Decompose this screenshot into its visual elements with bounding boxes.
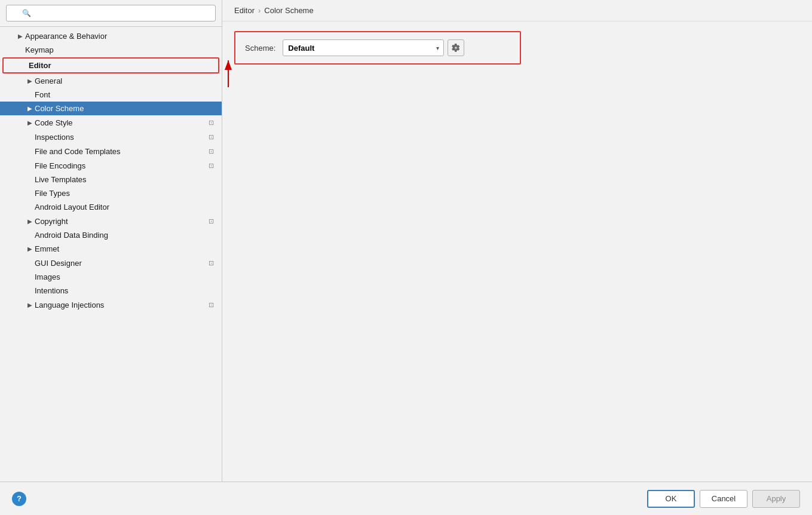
right-content: Scheme: Default Classic Darcula High Con… [222, 22, 812, 482]
sidebar-item-language-injections[interactable]: ▶ Language Injections ⊡ [0, 298, 222, 312]
sidebar-item-label: Font [35, 90, 216, 99]
sidebar-item-keymap[interactable]: ▶ Keymap [0, 43, 222, 57]
sidebar-item-label: File and Code Templates [35, 147, 204, 156]
sidebar-item-label: Inspections [35, 133, 204, 142]
sidebar-item-label: Images [35, 272, 216, 281]
breadcrumb-current: Color Scheme [264, 6, 313, 15]
chevron-icon: ▶ [16, 33, 25, 39]
chevron-icon: ▶ [25, 302, 35, 308]
search-input[interactable] [6, 5, 216, 22]
bottom-left: ? [12, 492, 26, 506]
gear-icon [452, 44, 460, 52]
sidebar-item-label: Android Layout Editor [35, 203, 216, 211]
scheme-box: Scheme: Default Classic Darcula High Con… [234, 31, 521, 65]
badge-icon: ⊡ [206, 161, 216, 170]
sidebar-item-emmet[interactable]: ▶ Emmet [0, 242, 222, 256]
sidebar-item-label: Language Injections [35, 301, 204, 309]
scheme-dropdown-wrap: Default Classic Darcula High Contrast ▾ [283, 39, 464, 56]
scheme-dropdown-container: Default Classic Darcula High Contrast ▾ [283, 39, 444, 56]
bottom-bar: ? OK Cancel Apply [0, 482, 812, 515]
sidebar-item-label: File Types [35, 189, 216, 198]
sidebar-item-images[interactable]: ▶ Images [0, 270, 222, 284]
cancel-button[interactable]: Cancel [700, 490, 747, 508]
sidebar-item-label: Android Data Binding [35, 231, 216, 240]
chevron-icon: ▶ [25, 119, 35, 126]
sidebar-item-label: Copyright [35, 217, 204, 226]
search-container: 🔍 [0, 0, 222, 27]
sidebar-item-general[interactable]: ▶ General [0, 74, 222, 88]
scheme-label: Scheme: [245, 44, 275, 53]
sidebar-item-appearance-behavior[interactable]: ▶ Appearance & Behavior [0, 29, 222, 43]
right-panel: Editor › Color Scheme Scheme: Default Cl… [222, 0, 812, 482]
badge-icon: ⊡ [206, 216, 216, 226]
sidebar-item-label: Color Scheme [35, 104, 216, 113]
badge-icon: ⊡ [206, 146, 216, 156]
sidebar-item-live-templates[interactable]: ▶ Live Templates [0, 173, 222, 186]
badge-icon: ⊡ [206, 132, 216, 142]
badge-icon: ⊡ [206, 258, 216, 268]
sidebar-item-label: Appearance & Behavior [25, 32, 216, 41]
sidebar-item-gui-designer[interactable]: ▶ GUI Designer ⊡ [0, 256, 222, 270]
sidebar-item-color-scheme[interactable]: ▶ Color Scheme [0, 102, 222, 115]
sidebar-item-file-code-templates[interactable]: ▶ File and Code Templates ⊡ [0, 144, 222, 158]
sidebar-item-file-encodings[interactable]: ▶ File Encodings ⊡ [0, 158, 222, 173]
sidebar-item-android-layout-editor[interactable]: ▶ Android Layout Editor [0, 200, 222, 214]
sidebar-item-file-types[interactable]: ▶ File Types [0, 186, 222, 200]
chevron-icon: ▶ [25, 218, 35, 225]
bottom-right: OK Cancel Apply [647, 490, 800, 508]
breadcrumb-parent: Editor [234, 6, 255, 15]
scheme-gear-button[interactable] [448, 39, 464, 56]
chevron-icon: ▶ [25, 78, 35, 84]
badge-icon: ⊡ [206, 300, 216, 309]
sidebar-item-inspections[interactable]: ▶ Inspections ⊡ [0, 130, 222, 144]
sidebar-item-editor[interactable]: ▶ Editor [2, 57, 219, 73]
sidebar-item-code-style[interactable]: ▶ Code Style ⊡ [0, 115, 222, 130]
sidebar-item-label: GUI Designer [35, 259, 204, 268]
left-panel: 🔍 ▶ Appearance & Behavior ▶ Keymap ▶ [0, 0, 222, 482]
sidebar-item-intentions[interactable]: ▶ Intentions [0, 284, 222, 298]
scheme-select[interactable]: Default Classic Darcula High Contrast [283, 39, 444, 56]
sidebar-item-android-data-binding[interactable]: ▶ Android Data Binding [0, 228, 222, 242]
nav-tree: ▶ Appearance & Behavior ▶ Keymap ▶ Edito… [0, 27, 222, 482]
breadcrumb-separator: › [258, 6, 261, 15]
sidebar-item-label: Emmet [35, 244, 216, 253]
help-button[interactable]: ? [12, 492, 26, 506]
breadcrumb: Editor › Color Scheme [222, 0, 812, 22]
sidebar-item-font[interactable]: ▶ Font [0, 88, 222, 102]
apply-button[interactable]: Apply [752, 490, 800, 508]
sidebar-item-label: Editor [29, 61, 212, 70]
badge-icon: ⊡ [206, 118, 216, 127]
sidebar-item-label: File Encodings [35, 161, 204, 170]
sidebar-item-label: General [35, 76, 216, 85]
sidebar-item-label: Code Style [35, 118, 204, 127]
sidebar-item-label: Keymap [25, 45, 216, 54]
ok-button[interactable]: OK [647, 490, 695, 508]
sidebar-item-label: Intentions [35, 286, 216, 295]
sidebar-item-label: Live Templates [35, 175, 216, 184]
chevron-icon: ▶ [25, 246, 35, 252]
chevron-icon: ▶ [25, 105, 35, 112]
sidebar-item-copyright[interactable]: ▶ Copyright ⊡ [0, 214, 222, 228]
annotation-arrows [222, 22, 812, 482]
